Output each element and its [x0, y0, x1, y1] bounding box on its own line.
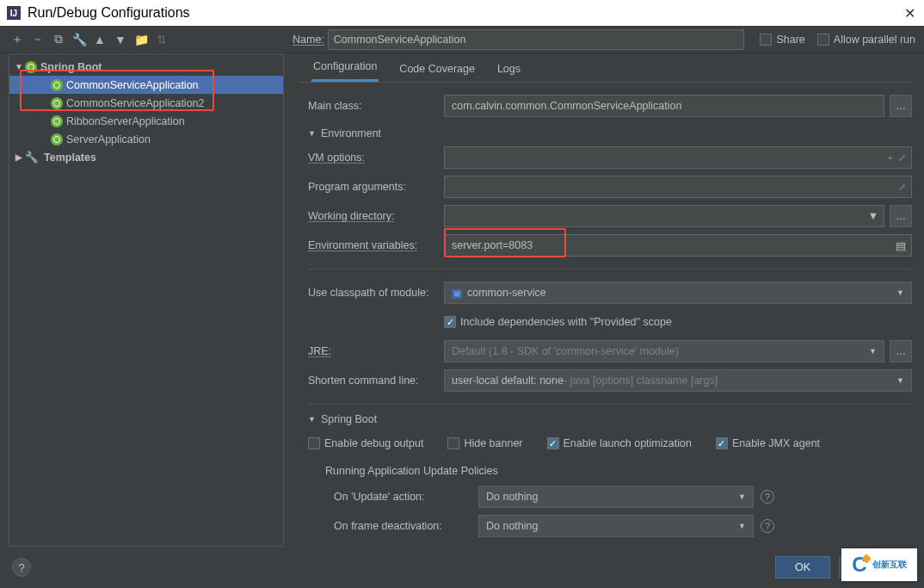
window-title: Run/Debug Configurations [28, 5, 190, 21]
name-input[interactable] [328, 29, 745, 50]
program-args-label: Program arguments: [308, 181, 437, 193]
on-frame-dropdown[interactable]: Do nothing ▼ [478, 515, 754, 537]
jre-dropdown[interactable]: Default (1.8 - SDK of 'common-service' m… [444, 340, 884, 362]
help-icon[interactable]: ? [761, 519, 774, 533]
browse-button[interactable]: … [890, 340, 912, 362]
browse-button[interactable]: … [890, 205, 912, 227]
browse-button[interactable]: … [890, 95, 912, 117]
spring-boot-icon [51, 115, 63, 127]
highlight-box [444, 228, 566, 257]
tree-item-server-application[interactable]: ServerApplication [9, 130, 283, 148]
shorten-label: Shorten command line: [308, 374, 437, 387]
remove-icon[interactable]: － [29, 31, 46, 48]
chevron-down-icon: ▼ [896, 288, 904, 297]
ok-button[interactable]: OK [775, 556, 830, 579]
wrench-icon: 🔧 [25, 151, 39, 164]
tree-item-common-service-application2[interactable]: CommonServiceApplication2 [9, 94, 283, 112]
shorten-dropdown[interactable]: user-local default: none - java [options… [444, 369, 912, 392]
share-checkbox[interactable]: Share [760, 34, 804, 46]
tree-item-common-service-application[interactable]: CommonServiceApplication [9, 76, 283, 94]
policies-header: Running Application Update Policies [325, 465, 912, 477]
chevron-down-icon: ▼ [738, 492, 746, 501]
caret-down-icon: ▼ [308, 129, 316, 138]
enable-debug-checkbox[interactable]: Enable debug output [308, 437, 423, 449]
main-class-input[interactable]: com.calvin.common.CommonServiceApplicati… [444, 95, 884, 117]
caret-right-icon: ▶ [13, 152, 25, 162]
main-class-label: Main class: [308, 100, 437, 112]
tab-logs[interactable]: Logs [496, 63, 522, 82]
vm-options-input[interactable]: +⤢ [444, 146, 912, 169]
add-icon[interactable]: ＋ [9, 31, 26, 48]
tree-templates[interactable]: ▶ 🔧 Templates [9, 148, 283, 166]
spring-boot-icon [51, 97, 63, 109]
on-update-label: On 'Update' action: [334, 491, 471, 503]
expand-icon[interactable]: ⤢ [898, 182, 906, 193]
classpath-label: Use classpath of module: [308, 287, 437, 299]
tab-configuration[interactable]: Configuration [311, 60, 379, 82]
tree-root-spring-boot[interactable]: ▼ Spring Boot [9, 58, 283, 76]
down-icon[interactable]: ▼ [112, 31, 129, 48]
parallel-checkbox[interactable]: Allow parallel run [817, 34, 915, 46]
enable-jmx-checkbox[interactable]: Enable JMX agent [716, 437, 820, 449]
chevron-down-icon[interactable]: ▼ [868, 210, 878, 222]
help-button[interactable]: ? [12, 558, 31, 577]
chevron-down-icon: ▼ [869, 347, 877, 356]
app-icon: IJ [7, 6, 21, 20]
environment-section[interactable]: ▼ Environment [308, 127, 912, 139]
enable-launch-checkbox[interactable]: Enable launch optimization [547, 437, 692, 449]
chevron-down-icon: ▼ [738, 522, 746, 530]
close-icon[interactable]: ✕ [904, 5, 915, 22]
help-icon[interactable]: ? [761, 490, 774, 504]
expand-icon[interactable]: ⤢ [898, 152, 906, 164]
caret-down-icon: ▼ [308, 415, 316, 424]
wrench-icon[interactable]: 🔧 [71, 31, 88, 48]
titlebar: IJ Run/Debug Configurations ✕ [0, 0, 924, 26]
list-icon[interactable]: ▤ [896, 239, 906, 252]
name-label: Name: [293, 34, 324, 46]
up-icon[interactable]: ▲ [91, 31, 108, 48]
on-frame-label: On frame deactivation: [334, 520, 471, 532]
toolbar: ＋ － ⧉ 🔧 ▲ ▼ 📁 ⇅ Name: Share Allow parall… [0, 26, 924, 53]
env-vars-label: Environment variables: [308, 239, 437, 251]
include-provided-checkbox[interactable]: Include dependencies with "Provided" sco… [444, 316, 672, 328]
program-args-input[interactable]: ⤢ [444, 176, 912, 198]
vm-options-label: VM options: [308, 152, 437, 164]
copy-icon[interactable]: ⧉ [50, 31, 67, 48]
working-dir-input[interactable]: ▼ [444, 205, 884, 227]
plus-icon[interactable]: + [888, 152, 893, 164]
working-dir-label: Working directory: [308, 210, 437, 222]
folder-icon[interactable]: 📁 [132, 31, 150, 48]
classpath-dropdown[interactable]: ▣ common-service ▼ [444, 282, 912, 304]
tab-coverage[interactable]: Code Coverage [397, 63, 477, 82]
jre-label: JRE: [308, 345, 437, 357]
spring-boot-icon [51, 133, 63, 145]
footer: ? OK Cancel [0, 547, 924, 588]
sort-icon[interactable]: ⇅ [153, 31, 170, 48]
caret-down-icon: ▼ [13, 62, 25, 71]
tabs: Configuration Code Coverage Logs [299, 53, 912, 83]
spring-boot-icon [51, 79, 63, 91]
chevron-down-icon: ▼ [896, 376, 904, 385]
share-label: Share [776, 34, 804, 46]
module-icon: ▣ [452, 287, 462, 300]
parallel-label: Allow parallel run [834, 34, 915, 46]
form-pane: Configuration Code Coverage Logs Main cl… [284, 53, 924, 547]
spring-boot-icon [25, 61, 37, 73]
on-update-dropdown[interactable]: Do nothing ▼ [478, 486, 754, 508]
watermark: C创新互联 [841, 548, 917, 581]
config-tree: ▼ Spring Boot CommonServiceApplication C… [9, 53, 284, 547]
spring-boot-section[interactable]: ▼ Spring Boot [308, 413, 912, 425]
tree-item-ribbon-server-application[interactable]: RibbonServerApplication [9, 112, 283, 130]
hide-banner-checkbox[interactable]: Hide banner [447, 437, 522, 449]
